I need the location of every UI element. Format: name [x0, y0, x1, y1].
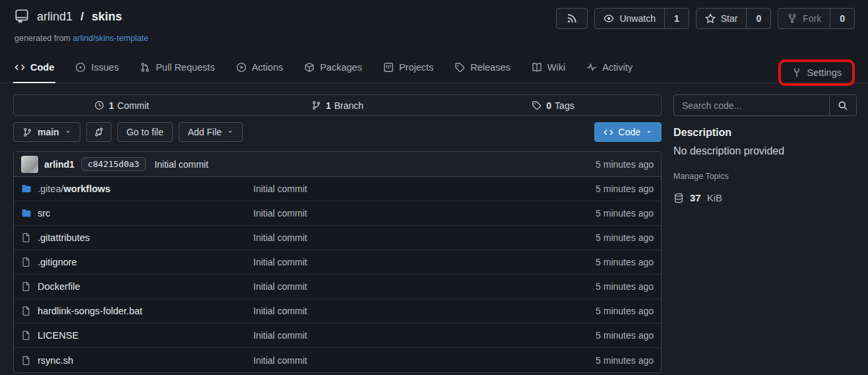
row-commit-message[interactable]: Initial commit [253, 355, 555, 366]
row-commit-message[interactable]: Initial commit [253, 330, 555, 341]
tab-label: Packages [320, 62, 362, 73]
file-link[interactable]: LICENSE [38, 330, 78, 341]
repo-name-link[interactable]: skins [92, 10, 122, 24]
fork-count[interactable]: 0 [830, 9, 854, 28]
row-commit-time: 5 minutes ago [555, 355, 654, 366]
row-commit-message[interactable]: Initial commit [253, 306, 555, 316]
repo-owner-link[interactable]: arlind1 [37, 10, 73, 24]
code-button-label: Code [619, 127, 640, 137]
row-commit-message[interactable]: Initial commit [253, 232, 555, 243]
star-count[interactable]: 0 [746, 9, 770, 28]
search-button[interactable] [829, 95, 856, 116]
commit-message-link[interactable]: Initial commit [154, 159, 208, 170]
tab-pull-requests[interactable]: Pull Requests [139, 52, 216, 83]
file-link[interactable]: rsync.sh [38, 355, 73, 366]
manage-topics-link[interactable]: Manage Topics [673, 172, 857, 181]
branches-link[interactable]: 1 Branch [230, 100, 445, 111]
repo-sidebar: Description No description provided Mana… [673, 94, 857, 373]
tab-releases[interactable]: Releases [453, 52, 511, 83]
folder-path-prefix[interactable]: .gitea/ [38, 184, 64, 194]
row-commit-message[interactable]: Initial commit [253, 184, 555, 194]
file-icon [21, 281, 32, 292]
table-row: rsync.sh Initial commit 5 minutes ago [14, 348, 661, 372]
folder-link[interactable]: workflows [64, 184, 111, 194]
go-to-file-button[interactable]: Go to file [117, 122, 173, 142]
repo-main-column: 1 Commit 1 Branch [13, 94, 662, 373]
file-icon [21, 355, 32, 366]
file-link[interactable]: hardlink-songs-folder.bat [38, 306, 142, 316]
tab-issues[interactable]: Issues [74, 52, 120, 83]
star-icon [705, 13, 716, 24]
database-icon [673, 193, 684, 203]
file-link[interactable]: Dockerfile [38, 281, 80, 292]
folder-link[interactable]: src [38, 208, 50, 219]
commit-time: 5 minutes ago [596, 159, 654, 170]
watch-count[interactable]: 1 [664, 9, 689, 28]
tab-activity[interactable]: Activity [585, 52, 634, 83]
tools-icon [791, 67, 802, 78]
file-icon [21, 330, 32, 341]
row-commit-message[interactable]: Initial commit [253, 257, 555, 267]
book-icon [532, 62, 542, 73]
tab-label: Settings [807, 67, 842, 78]
tab-actions[interactable]: Actions [235, 52, 285, 83]
chevron-down-icon [65, 129, 71, 135]
file-icon [21, 306, 32, 316]
rss-button[interactable] [557, 9, 587, 28]
unwatch-button[interactable]: Unwatch [595, 9, 664, 28]
issue-opened-icon [75, 62, 86, 73]
star-button-group: Star 0 [696, 8, 771, 29]
chevron-down-icon [646, 129, 652, 135]
add-file-button[interactable]: Add File [179, 122, 243, 142]
tab-settings[interactable]: Settings [790, 67, 843, 78]
star-button[interactable]: Star [697, 9, 747, 28]
fork-icon [787, 13, 797, 24]
tab-wiki[interactable]: Wiki [530, 52, 567, 83]
tab-packages[interactable]: Packages [303, 52, 363, 83]
row-commit-message[interactable]: Initial commit [253, 281, 555, 292]
row-commit-time: 5 minutes ago [555, 184, 654, 194]
code-icon [15, 62, 25, 73]
code-icon [604, 127, 613, 137]
commit-hash-link[interactable]: c84215d0a3 [81, 157, 146, 171]
row-commit-time: 5 minutes ago [555, 232, 654, 243]
tag-icon [454, 62, 465, 73]
table-row: Dockerfile Initial commit 5 minutes ago [14, 275, 661, 299]
commits-link[interactable]: 1 Commit [14, 100, 230, 111]
table-row: .gitea/workflows Initial commit 5 minute… [14, 177, 661, 201]
row-commit-time: 5 minutes ago [555, 257, 654, 267]
tab-label: Pull Requests [156, 62, 214, 73]
search-input[interactable] [674, 95, 829, 116]
tab-projects[interactable]: Projects [382, 52, 435, 83]
template-repo-link[interactable]: arlind/skins-template [73, 34, 148, 43]
row-commit-time: 5 minutes ago [555, 306, 654, 316]
commit-author-link[interactable]: arlind1 [44, 159, 75, 170]
repo-title: arlind1 / skins [13, 8, 122, 25]
tab-label: Projects [399, 62, 433, 73]
table-row: .gitignore Initial commit 5 minutes ago [14, 250, 661, 275]
package-icon [304, 62, 315, 73]
eye-icon [604, 13, 614, 24]
file-icon [21, 257, 32, 267]
compare-button[interactable] [86, 122, 111, 142]
add-file-label: Add File [188, 127, 222, 137]
table-row: LICENSE Initial commit 5 minutes ago [14, 324, 661, 348]
row-commit-message[interactable]: Initial commit [253, 208, 555, 219]
tab-label: Code [30, 62, 54, 73]
generated-from: generated from arlind/skins-template [15, 34, 855, 43]
repo-size-unit: KiB [707, 192, 722, 203]
git-branch-icon [22, 127, 32, 137]
tags-link[interactable]: 0 Tags [445, 100, 661, 111]
repo-size-value: 37 [690, 192, 701, 203]
avatar[interactable] [21, 156, 38, 173]
branch-selector[interactable]: main [13, 122, 80, 142]
tab-code[interactable]: Code [13, 52, 55, 83]
file-link[interactable]: .gitattributes [38, 232, 90, 243]
rss-icon [567, 13, 577, 24]
tab-label: Wiki [547, 62, 565, 73]
file-link[interactable]: .gitignore [38, 257, 77, 267]
fork-button[interactable]: Fork [778, 9, 830, 28]
search-icon [838, 100, 848, 111]
branch-count-label: Branch [334, 100, 363, 111]
code-download-button[interactable]: Code [594, 122, 662, 142]
